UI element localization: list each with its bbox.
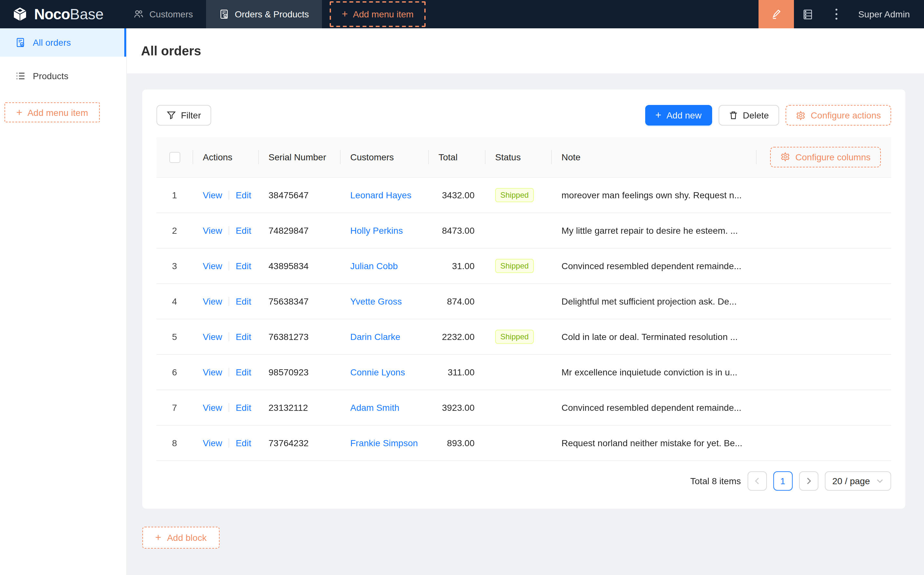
pagination: Total 8 items 1 <box>156 471 891 490</box>
edit-link[interactable]: Edit <box>236 402 251 412</box>
configure-actions-button[interactable]: Configure actions <box>786 105 891 125</box>
row-actions: ViewEdit <box>192 283 258 319</box>
trash-icon <box>729 111 738 120</box>
status-cell: Shipped <box>485 177 551 213</box>
sidebar-item-all-orders[interactable]: All orders <box>0 28 126 57</box>
customer-link[interactable]: Frankie Simpson <box>350 438 418 448</box>
total-cell: 893.00 <box>428 425 485 461</box>
user-menu[interactable]: Super Admin <box>851 0 924 28</box>
select-all-checkbox[interactable] <box>169 152 180 163</box>
customer-link[interactable]: Julian Cobb <box>350 260 398 271</box>
divider <box>229 403 229 412</box>
view-link[interactable]: View <box>203 438 222 448</box>
total-cell: 874.00 <box>428 283 485 319</box>
status-cell <box>485 283 551 319</box>
edit-link[interactable]: Edit <box>236 331 251 342</box>
column-header-serial-number[interactable]: Serial Number <box>258 137 340 177</box>
delete-button[interactable]: Delete <box>718 105 779 125</box>
edit-link[interactable]: Edit <box>236 225 251 235</box>
view-link[interactable]: View <box>203 260 222 271</box>
view-link[interactable]: View <box>203 402 222 412</box>
list-icon <box>16 71 26 81</box>
row-actions: ViewEdit <box>192 319 258 354</box>
nav-tab-orders-products[interactable]: Orders & Products <box>206 0 322 28</box>
divider <box>229 332 229 341</box>
view-link[interactable]: View <box>203 367 222 377</box>
row-index: 2 <box>156 213 192 248</box>
divider <box>229 297 229 305</box>
topbar-add-menu-item-button[interactable]: + Add menu item <box>330 1 426 27</box>
edit-link[interactable]: Edit <box>236 190 251 200</box>
edit-link[interactable]: Edit <box>236 260 251 271</box>
next-page-button[interactable] <box>799 471 818 490</box>
sidebar-item-products[interactable]: Products <box>0 62 126 90</box>
edit-link[interactable]: Edit <box>236 367 251 377</box>
table-row: 5 ViewEdit 76381273 Darin Clarke 2232.00… <box>156 319 891 354</box>
table-row: 1 ViewEdit 38475647 Leonard Hayes 3432.0… <box>156 177 891 213</box>
view-link[interactable]: View <box>203 331 222 342</box>
add-new-button[interactable]: + Add new <box>645 105 712 125</box>
column-header-status[interactable]: Status <box>485 137 551 177</box>
serial-number-cell: 75638347 <box>258 283 340 319</box>
database-button[interactable] <box>794 0 822 28</box>
ui-editor-button[interactable] <box>759 0 794 28</box>
serial-number-cell: 43895834 <box>258 248 340 283</box>
total-cell: 8473.00 <box>428 213 485 248</box>
previous-page-button[interactable] <box>747 471 767 490</box>
nocobase-logo[interactable]: NocoBase <box>0 0 121 28</box>
row-index: 4 <box>156 283 192 319</box>
filter-button[interactable]: Filter <box>156 105 211 125</box>
customer-link[interactable]: Leonard Hayes <box>350 190 411 200</box>
table-row: 6 ViewEdit 98570923 Connie Lyons 311.00 … <box>156 354 891 389</box>
nav-tab-label: Customers <box>149 9 193 19</box>
column-header-total[interactable]: Total <box>428 137 485 177</box>
divider <box>229 226 229 235</box>
note-cell: Convinced resembled dependent remainde..… <box>551 389 756 425</box>
status-tag: Shipped <box>495 188 534 202</box>
column-header-actions[interactable]: Actions <box>192 137 258 177</box>
add-block-button[interactable]: + Add block <box>142 526 219 548</box>
serial-number-cell: 76381273 <box>258 319 340 354</box>
status-cell <box>485 389 551 425</box>
view-link[interactable]: View <box>203 225 222 235</box>
configure-columns-button[interactable]: Configure columns <box>770 147 881 167</box>
page-size-select[interactable]: 20 / page <box>824 471 891 490</box>
more-menu-button[interactable] <box>822 0 851 28</box>
sidebar-item-label: Products <box>33 71 68 81</box>
customer-link[interactable]: Connie Lyons <box>350 367 405 377</box>
view-link[interactable]: View <box>203 190 222 200</box>
column-header-note[interactable]: Note <box>551 137 756 177</box>
row-actions: ViewEdit <box>192 425 258 461</box>
customer-link[interactable]: Darin Clarke <box>350 331 400 342</box>
table-row: 7 ViewEdit 23132112 Adam Smith 3923.00 C… <box>156 389 891 425</box>
page-title: All orders <box>141 43 201 58</box>
edit-link[interactable]: Edit <box>236 438 251 448</box>
customer-link[interactable]: Holly Perkins <box>350 225 403 235</box>
highlighter-icon <box>770 8 782 20</box>
order-check-icon <box>16 37 26 48</box>
row-index: 1 <box>156 177 192 213</box>
serial-number-cell: 38475647 <box>258 177 340 213</box>
table-header-row: Actions Serial Number Customers Total St… <box>156 137 891 177</box>
view-link[interactable]: View <box>203 296 222 306</box>
customer-link[interactable]: Yvette Gross <box>350 296 402 306</box>
content-area: Filter + Add new <box>127 73 924 575</box>
total-cell: 3923.00 <box>428 389 485 425</box>
serial-number-cell: 23132112 <box>258 389 340 425</box>
sidebar-add-menu-item-button[interactable]: + Add menu item <box>5 102 100 122</box>
chevron-down-icon <box>876 478 883 483</box>
page-header: All orders <box>127 28 924 73</box>
total-cell: 2232.00 <box>428 319 485 354</box>
sidebar-item-label: All orders <box>33 37 71 48</box>
orders-table: Actions Serial Number Customers Total St… <box>156 137 891 461</box>
nav-tab-customers[interactable]: Customers <box>121 0 206 28</box>
divider <box>229 190 229 199</box>
customer-link[interactable]: Adam Smith <box>350 402 400 412</box>
edit-link[interactable]: Edit <box>236 296 251 306</box>
row-actions: ViewEdit <box>192 213 258 248</box>
column-header-customers[interactable]: Customers <box>340 137 428 177</box>
note-cell: Convinced resembled dependent remainde..… <box>551 248 756 283</box>
page-number-button[interactable]: 1 <box>773 471 792 490</box>
chevron-left-icon <box>754 477 760 484</box>
sidebar: All orders Products + Add menu <box>0 28 127 575</box>
